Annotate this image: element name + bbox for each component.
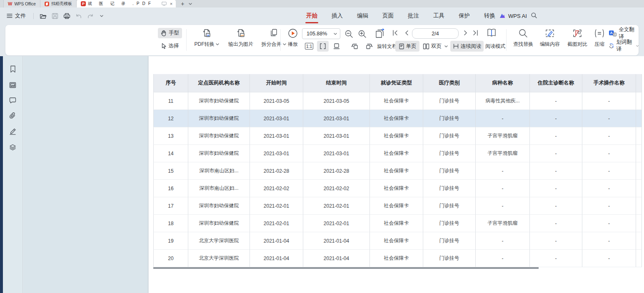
sidebar-icon-rail <box>3 56 23 293</box>
next-page-icon[interactable] <box>462 30 469 36</box>
search-icon[interactable] <box>531 12 537 19</box>
pdf-convert-button[interactable]: W PDF转换 <box>190 27 223 48</box>
read-mode-icon[interactable] <box>486 27 497 38</box>
new-tab-icon[interactable]: + <box>181 0 184 7</box>
single-page-label: 单页 <box>406 43 417 50</box>
attachment-icon[interactable] <box>9 112 16 119</box>
actual-size-button[interactable]: 1:1 <box>304 41 315 52</box>
page-indicator-control[interactable] <box>412 28 459 39</box>
tab-label: WPS Office <box>14 2 36 6</box>
quick-access-chevron-icon[interactable] <box>100 15 103 17</box>
fit-page-button[interactable] <box>331 41 342 52</box>
continuous-reading-button[interactable]: 连续阅读 <box>450 41 484 52</box>
table-cell: 11 <box>153 92 188 110</box>
table-cell: 门诊挂号 <box>423 250 476 267</box>
double-page-button[interactable]: 双页 <box>422 41 449 52</box>
menu-tab-5[interactable]: 工具 <box>433 12 444 20</box>
table-header-cell: 定点医药机构名称 <box>188 74 250 92</box>
menu-tab-2[interactable]: 编辑 <box>357 12 368 20</box>
table-cell: 2021-01-04 <box>303 232 370 250</box>
menu-tab-1[interactable]: 插入 <box>332 12 343 20</box>
undo-icon[interactable] <box>75 13 82 19</box>
table-cell: 2021-03-05 <box>250 92 303 110</box>
rotate-document-label[interactable]: 旋转文档 <box>377 43 397 50</box>
table-cell: 12 <box>153 110 188 127</box>
table-cell: 16 <box>153 180 188 197</box>
continuous-reading-label: 连续阅读 <box>461 43 482 50</box>
rotate-right-button[interactable] <box>364 41 374 52</box>
table-cell: - <box>582 250 636 267</box>
svg-text:A: A <box>610 31 613 35</box>
print-icon[interactable] <box>63 13 70 19</box>
find-replace-button[interactable]: 查找替换 <box>510 27 536 48</box>
table-cell: 社会保障卡 <box>370 127 423 145</box>
chevron-down-icon <box>216 43 219 45</box>
signature-icon[interactable] <box>9 128 16 135</box>
file-menu-label: 文件 <box>15 12 26 20</box>
open-file-icon[interactable] <box>40 13 47 19</box>
hand-tool-button[interactable]: 手型 <box>158 28 182 38</box>
table-cell: 社会保障卡 <box>370 162 423 180</box>
hamburger-icon <box>7 13 12 18</box>
zoom-level-control[interactable] <box>302 28 340 39</box>
zoom-in-icon[interactable] <box>358 30 367 39</box>
close-tab-icon[interactable]: × <box>170 2 172 6</box>
tab-docer-templates[interactable]: 找稻壳模板 <box>40 0 77 7</box>
page-indicator-input[interactable] <box>417 31 454 37</box>
tab-list-chevron-icon[interactable] <box>189 3 192 5</box>
menu-tab-4[interactable]: 批注 <box>408 12 419 20</box>
docer-icon <box>45 2 49 6</box>
menu-tab-7[interactable]: 转换 <box>484 12 495 20</box>
navigation-panel[interactable] <box>23 56 148 293</box>
previous-page-icon[interactable] <box>404 30 410 36</box>
word-translate-button[interactable]: 文 A 划词翻译 <box>609 41 639 50</box>
table-cell: - <box>582 92 636 110</box>
screenshot-compare-button[interactable]: 截图对比 <box>564 27 591 48</box>
table-row: 14深圳市妇幼保健院2021-03-012021-03-01社会保障卡门诊挂号子… <box>153 145 642 162</box>
redo-icon[interactable] <box>87 13 94 19</box>
zoom-chevron-icon[interactable] <box>334 33 337 35</box>
present-monitor-icon[interactable] <box>162 2 167 6</box>
table-cell: 18 <box>153 215 188 232</box>
zoom-level-input[interactable] <box>307 31 332 37</box>
table-cell: 子宫平滑肌瘤 <box>476 127 530 145</box>
menu-tab-0[interactable]: 开始 <box>306 12 317 20</box>
tab-wps-office[interactable]: W WPS Office <box>3 0 40 7</box>
table-cell: 深圳市妇幼保健院 <box>188 127 250 145</box>
read-mode-label[interactable]: 阅读模式 <box>485 43 505 50</box>
fit-width-button[interactable] <box>317 41 329 52</box>
edit-content-button[interactable]: 编辑内容 <box>536 27 564 48</box>
save-icon[interactable] <box>52 13 58 19</box>
bookmark-icon[interactable] <box>10 65 16 73</box>
table-cell: - <box>530 180 582 197</box>
rotate-right-icon <box>365 43 373 50</box>
comment-icon[interactable] <box>9 97 16 103</box>
menu-tab-6[interactable]: 保护 <box>459 12 470 20</box>
first-page-icon[interactable] <box>392 30 399 36</box>
double-page-icon <box>423 43 429 50</box>
select-tool-button[interactable]: 选择 <box>159 41 181 51</box>
rotate-left-icon <box>351 43 359 50</box>
rotate-left-button[interactable] <box>349 41 360 52</box>
full-translate-button[interactable]: A 文 全文翻译 <box>609 29 639 38</box>
table-cell <box>636 215 642 232</box>
rotate-pages-icon[interactable] <box>374 28 386 39</box>
menu-tab-3[interactable]: 页面 <box>382 12 394 20</box>
zoom-out-icon[interactable] <box>344 30 354 39</box>
table-cell <box>636 162 642 180</box>
table-cell: 门诊挂号 <box>423 127 476 145</box>
export-image-icon <box>235 28 246 39</box>
file-menu[interactable]: 文件 <box>7 12 26 20</box>
table-cell: - <box>530 232 582 250</box>
table-cell: 2021-03-01 <box>303 145 370 162</box>
table-cell <box>636 180 642 197</box>
last-page-icon[interactable] <box>472 30 479 36</box>
layers-icon[interactable] <box>9 144 16 151</box>
play-button[interactable]: 播放 <box>283 27 302 48</box>
wps-ai-button[interactable]: WPS AI <box>499 7 527 24</box>
compress-button[interactable]: 压缩 <box>591 27 608 48</box>
thumbnails-icon[interactable] <box>9 82 16 88</box>
export-image-button[interactable]: 输出为图片 <box>223 27 258 48</box>
single-page-button[interactable]: 单页 <box>395 41 419 52</box>
tab-document-pdf[interactable]: P 就 医 记 录 .PDF × <box>77 0 176 7</box>
